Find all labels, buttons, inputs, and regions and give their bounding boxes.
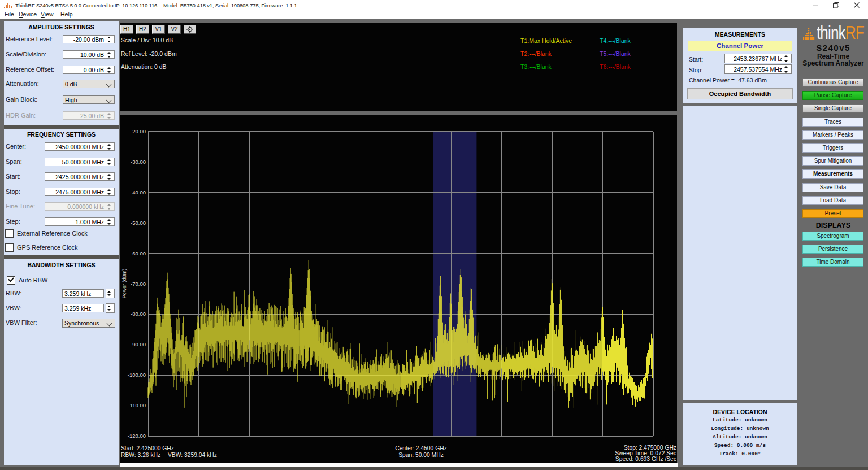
svg-text:-40.00: -40.00: [131, 189, 146, 195]
svg-text:-50.00: -50.00: [131, 220, 146, 226]
svg-text:-90.00: -90.00: [131, 341, 146, 347]
svg-text:-20.00: -20.00: [131, 128, 146, 134]
svg-text:-30.00: -30.00: [131, 159, 146, 165]
svg-text:-70.00: -70.00: [131, 281, 146, 287]
svg-text:Power (dBm): Power (dBm): [121, 269, 127, 299]
svg-text:-110.00: -110.00: [128, 402, 146, 408]
svg-text:-60.00: -60.00: [131, 250, 146, 256]
svg-text:-80.00: -80.00: [131, 311, 146, 317]
svg-text:-100.00: -100.00: [128, 372, 146, 378]
svg-text:-120.00: -120.00: [128, 433, 146, 439]
